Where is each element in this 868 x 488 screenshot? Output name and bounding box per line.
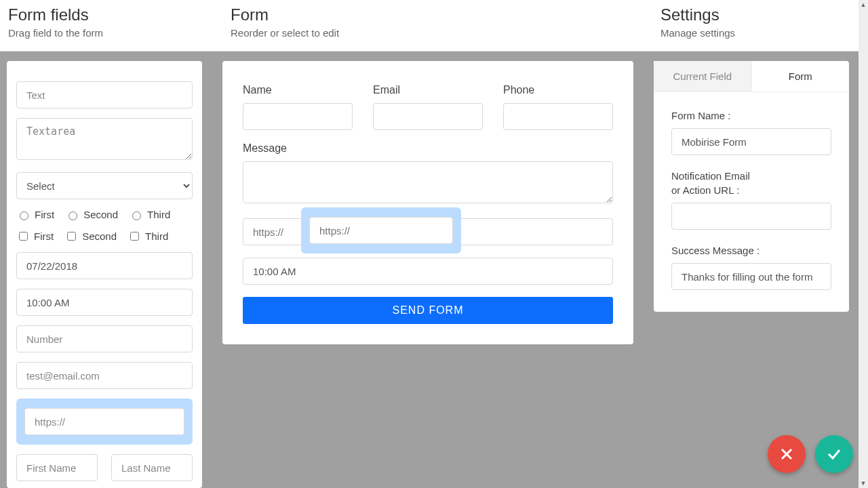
success-label: Success Message : — [671, 245, 831, 256]
action-buttons — [768, 435, 853, 473]
workspace: Select First Second Third First Second T… — [0, 52, 868, 488]
radio-group: First Second Third — [16, 209, 193, 220]
vertical-scrollbar[interactable]: ▲ ▼ — [859, 0, 868, 488]
url-field-dragsource[interactable] — [16, 399, 193, 445]
email-field[interactable] — [16, 362, 193, 389]
check-option-first[interactable]: First — [16, 230, 54, 243]
confirm-button[interactable] — [815, 435, 853, 473]
radio-option-second[interactable]: Second — [65, 209, 118, 220]
name-input[interactable] — [243, 103, 353, 130]
email-label: Email — [373, 84, 483, 96]
textarea-field[interactable] — [16, 118, 193, 160]
message-input[interactable] — [243, 161, 613, 203]
app-header: Form fields Drag field to the form Form … — [0, 0, 868, 52]
close-icon — [778, 446, 795, 462]
notification-label-1: Notification Email — [671, 170, 831, 182]
form-time-input[interactable] — [243, 258, 613, 285]
text-field[interactable] — [16, 81, 193, 108]
form-name-label: Form Name : — [671, 110, 831, 121]
message-label: Message — [243, 142, 613, 155]
scroll-up-icon[interactable]: ▲ — [859, 0, 868, 9]
form-name-input[interactable] — [671, 128, 831, 155]
form-canvas: Name Email Phone Message SEND FOR — [222, 61, 633, 344]
send-form-button[interactable]: SEND FORM — [243, 297, 613, 324]
url-drag-ghost-input — [309, 217, 453, 244]
notification-label-2: or Action URL : — [671, 184, 831, 196]
fields-panel: Select First Second Third First Second T… — [7, 61, 202, 488]
url-drag-ghost[interactable] — [301, 207, 461, 253]
form-subtitle: Reorder or select to edit — [231, 27, 644, 39]
email-input[interactable] — [373, 103, 483, 130]
radio-option-third[interactable]: Third — [129, 209, 170, 220]
firstname-field[interactable] — [16, 454, 98, 481]
name-fields — [16, 454, 193, 481]
check-icon — [826, 446, 842, 462]
scroll-down-icon[interactable]: ▼ — [859, 479, 868, 488]
check-option-third[interactable]: Third — [127, 230, 168, 243]
fields-title: Form fields — [8, 5, 214, 24]
settings-subtitle: Manage settings — [660, 27, 860, 39]
time-field[interactable] — [16, 289, 193, 316]
cancel-button[interactable] — [768, 435, 806, 473]
phone-label: Phone — [503, 84, 613, 96]
form-title: Form — [231, 5, 644, 24]
select-field[interactable]: Select — [16, 172, 193, 199]
number-field[interactable] — [16, 325, 193, 352]
radio-option-first[interactable]: First — [16, 209, 54, 220]
settings-title: Settings — [660, 5, 860, 24]
check-option-second[interactable]: Second — [64, 230, 117, 243]
notification-input[interactable] — [671, 203, 831, 230]
fields-subtitle: Drag field to the form — [8, 27, 214, 39]
date-field[interactable] — [16, 252, 193, 279]
phone-input[interactable] — [503, 103, 613, 130]
checkbox-group: First Second Third — [16, 230, 193, 243]
settings-tabs: Current Field Form — [654, 61, 849, 92]
settings-panel: Current Field Form Form Name : Notificat… — [654, 61, 849, 312]
success-input[interactable] — [671, 263, 831, 290]
header-settings: Settings Manage settings — [652, 0, 868, 51]
lastname-field[interactable] — [111, 454, 193, 481]
name-label: Name — [243, 84, 353, 96]
header-fields: Form fields Drag field to the form — [0, 0, 222, 51]
tab-form[interactable]: Form — [752, 61, 850, 92]
tab-current-field[interactable]: Current Field — [654, 61, 752, 92]
header-form: Form Reorder or select to edit — [222, 0, 652, 51]
url-field[interactable] — [24, 408, 184, 435]
